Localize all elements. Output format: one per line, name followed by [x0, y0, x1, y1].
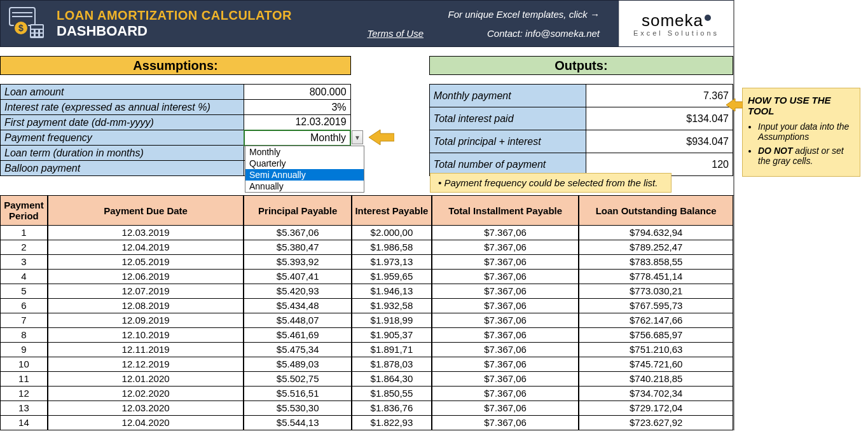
- table-row[interactable]: 212.04.2019$5.380,47$1.986,58$7.367,06$7…: [0, 240, 733, 255]
- table-row[interactable]: 1412.04.2020$5.544,13$1.822,93$7.367,06$…: [0, 416, 733, 430]
- svg-rect-7: [31, 30, 34, 32]
- svg-rect-9: [40, 30, 43, 32]
- app-header: $ LOAN AMORTIZATION CALCULATOR DASHBOARD…: [0, 0, 734, 47]
- interest-rate-input[interactable]: 3%: [244, 100, 351, 115]
- first-payment-label: First payment date (dd-mm-yyyy): [1, 115, 244, 130]
- brand-logo[interactable]: someka Excel Solutions: [619, 1, 733, 46]
- howto-arrow-icon: [726, 97, 743, 113]
- col-due-date: Payment Due Date: [48, 196, 244, 226]
- outputs-table: Monthly payment 7.367 Total interest pai…: [429, 84, 733, 176]
- app-title: LOAN AMORTIZATION CALCULATOR: [57, 8, 347, 23]
- amortization-header-row: Payment Period Payment Due Date Principa…: [0, 195, 734, 226]
- svg-rect-12: [40, 34, 43, 36]
- svg-marker-13: [369, 130, 394, 145]
- howto-title: HOW TO USE THE TOOL: [748, 95, 855, 116]
- table-row[interactable]: 1112.01.2020$5.502,75$1.864,30$7.367,06$…: [0, 372, 733, 387]
- monthly-payment-label: Monthly payment: [429, 85, 586, 107]
- total-interest-label: Total interest paid: [429, 107, 586, 130]
- table-row[interactable]: 412.06.2019$5.407,41$1.959,65$7.367,06$7…: [0, 270, 733, 284]
- howto-bullet-1: Input your data into the Assumptions: [758, 121, 855, 142]
- table-row[interactable]: 812.10.2019$5.461,69$1.905,37$7.367,06$7…: [0, 328, 733, 343]
- outputs-header: Outputs:: [429, 56, 733, 75]
- table-row[interactable]: 612.08.2019$5.434,48$1.932,58$7.367,06$7…: [0, 299, 733, 313]
- freq-dropdown-button[interactable]: ▼: [352, 130, 363, 144]
- svg-text:$: $: [18, 23, 24, 33]
- svg-rect-10: [31, 34, 34, 36]
- loan-amount-input[interactable]: 800.000: [244, 85, 351, 100]
- svg-marker-14: [726, 99, 743, 111]
- total-interest-value: $134.047: [586, 107, 733, 130]
- col-total: Total Installment Payable: [432, 196, 579, 226]
- svg-rect-8: [36, 30, 38, 32]
- freq-dropdown-list: MonthlyQuarterlySemi AnnuallyAnnually: [245, 146, 364, 193]
- monthly-payment-value: 7.367: [586, 85, 733, 107]
- col-principal: Principal Payable: [244, 196, 352, 226]
- total-pi-value: $934.047: [586, 130, 733, 153]
- templates-link[interactable]: For unique Excel templates, click →: [448, 9, 600, 20]
- amortization-body: 112.03.2019$5.367,06$2.000,00$7.367,06$7…: [0, 226, 734, 430]
- table-row[interactable]: 1012.12.2019$5.489,03$1.878,03$7.367,06$…: [0, 357, 733, 372]
- table-row[interactable]: 112.03.2019$5.367,06$2.000,00$7.367,06$7…: [0, 226, 733, 240]
- col-interest: Interest Payable: [352, 196, 432, 226]
- balloon-label: Balloon payment: [1, 161, 244, 176]
- freq-hint-note: • Payment frequency could be selected fr…: [430, 173, 672, 193]
- freq-hint-arrow-icon: [369, 128, 394, 146]
- interest-rate-label: Interest rate (expressed as annual inter…: [1, 100, 244, 115]
- table-row[interactable]: 1212.02.2020$5.516,51$1.850,55$7.367,06$…: [0, 387, 733, 401]
- freq-option[interactable]: Semi Annually: [245, 169, 364, 181]
- table-row[interactable]: 312.05.2019$5.393,92$1.973,13$7.367,06$7…: [0, 255, 733, 270]
- table-row[interactable]: 712.09.2019$5.448,07$1.918,99$7.367,06$7…: [0, 313, 733, 328]
- payment-freq-label: Payment frequency: [1, 130, 244, 146]
- chevron-down-icon: ▼: [354, 134, 361, 141]
- table-row[interactable]: 1312.03.2020$5.530,30$1.836,76$7.367,06$…: [0, 401, 733, 416]
- dashboard-label: DASHBOARD: [57, 23, 347, 39]
- contact-info: Contact: info@someka.net: [487, 28, 600, 39]
- svg-rect-6: [31, 25, 43, 29]
- terms-link[interactable]: Terms of Use: [367, 28, 424, 39]
- freq-option[interactable]: Quarterly: [245, 158, 364, 169]
- loan-term-label: Loan term (duration in months): [1, 146, 244, 161]
- howto-note: HOW TO USE THE TOOL Input your data into…: [742, 88, 860, 177]
- col-period: Payment Period: [0, 196, 48, 226]
- template-icon: $: [1, 1, 54, 46]
- first-payment-input[interactable]: 12.03.2019: [244, 115, 351, 130]
- table-row[interactable]: 512.07.2019$5.420,93$1.946,13$7.367,06$7…: [0, 284, 733, 299]
- total-pi-label: Total principal + interest: [429, 130, 586, 153]
- freq-option[interactable]: Monthly: [245, 146, 364, 158]
- assumptions-header: Assumptions:: [0, 56, 351, 75]
- svg-rect-11: [36, 34, 38, 36]
- loan-amount-label: Loan amount: [1, 85, 244, 100]
- col-balance: Loan Outstanding Balance: [579, 196, 733, 226]
- table-row[interactable]: 912.11.2019$5.475,34$1.891,71$7.367,06$7…: [0, 343, 733, 357]
- payment-freq-input[interactable]: Monthly: [244, 130, 351, 146]
- howto-bullet-2: DO NOT adjust or set the gray cells.: [758, 146, 855, 166]
- freq-option[interactable]: Annually: [245, 181, 364, 192]
